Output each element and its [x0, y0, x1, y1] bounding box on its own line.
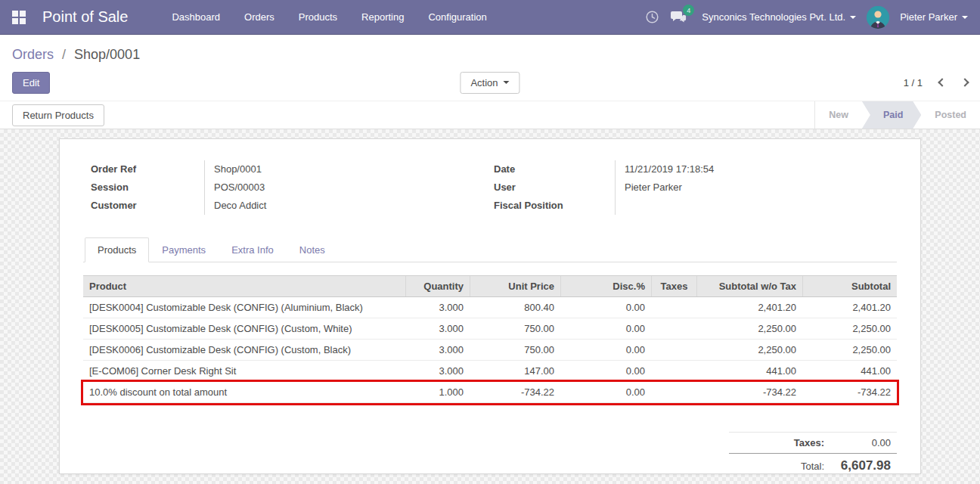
- cell-quantity: 3.000: [405, 318, 470, 339]
- tab-extra-info[interactable]: Extra Info: [219, 237, 287, 262]
- cell-discount: 0.00: [560, 297, 651, 318]
- taxes-label: Taxes:: [794, 437, 824, 448]
- caret-down-icon: [504, 81, 510, 84]
- cell-taxes: [651, 297, 696, 318]
- order-lines-header: Product Quantity Unit Price Disc.% Taxes…: [83, 275, 897, 297]
- menu-dashboard[interactable]: Dashboard: [163, 7, 229, 27]
- cell-discount: 0.00: [560, 382, 651, 402]
- caret-down-icon: [962, 16, 968, 19]
- cell-subtotal-wo-tax: 2,401.20: [696, 297, 802, 318]
- fiscal-position-label: Fiscal Position: [494, 197, 615, 215]
- cell-taxes: [651, 382, 696, 402]
- col-header-subtotal: Subtotal: [802, 276, 897, 296]
- cell-quantity: 3.000: [405, 361, 470, 381]
- order-line-row[interactable]: [DESK0004] Customizable Desk (CONFIG) (A…: [83, 297, 897, 318]
- user-menu[interactable]: Pieter Parker: [900, 11, 968, 23]
- company-name: Synconics Technologies Pvt. Ltd.: [702, 11, 845, 23]
- fiscal-position-value: [625, 197, 897, 215]
- activities-clock-icon[interactable]: [645, 10, 659, 24]
- app-title[interactable]: Point of Sale: [42, 8, 128, 26]
- form-view-background: Order Ref Session Customer Shop/0001 POS…: [0, 129, 980, 484]
- top-navbar: Point of Sale Dashboard Orders Products …: [0, 0, 980, 35]
- messages-chat-icon[interactable]: 4: [670, 10, 687, 24]
- user-avatar[interactable]: [867, 6, 889, 29]
- action-dropdown-button[interactable]: Action: [460, 72, 519, 94]
- menu-orders[interactable]: Orders: [235, 7, 284, 27]
- cell-unit-price: -734.22: [470, 382, 560, 402]
- order-line-row-discount-highlighted[interactable]: 10.0% discount on total amount 1.000 -73…: [83, 382, 897, 403]
- cell-discount: 0.00: [560, 318, 651, 339]
- order-line-row[interactable]: [DESK0006] Customizable Desk (CONFIG) (C…: [83, 340, 897, 361]
- return-products-button[interactable]: Return Products: [12, 104, 104, 126]
- order-line-row[interactable]: [DESK0005] Customizable Desk (CONFIG) (C…: [83, 318, 897, 340]
- pager: 1 / 1: [904, 77, 968, 88]
- tab-products[interactable]: Products: [85, 237, 149, 262]
- order-lines-table: Product Quantity Unit Price Disc.% Taxes…: [83, 275, 897, 403]
- tab-payments[interactable]: Payments: [149, 237, 219, 262]
- cell-subtotal: -734.22: [802, 382, 897, 402]
- breadcrumb: Orders / Shop/0001: [12, 44, 968, 70]
- total-label: Total:: [801, 461, 824, 472]
- breadcrumb-orders-link[interactable]: Orders: [12, 47, 54, 62]
- col-header-taxes: Taxes: [651, 276, 696, 296]
- cell-unit-price: 800.40: [470, 297, 560, 318]
- cell-subtotal: 441.00: [802, 361, 897, 381]
- cell-quantity: 3.000: [405, 340, 470, 360]
- order-ref-value: Shop/0001: [214, 160, 494, 178]
- order-fields: Order Ref Session Customer Shop/0001 POS…: [91, 160, 897, 215]
- order-ref-label: Order Ref: [91, 160, 204, 178]
- action-label: Action: [470, 77, 498, 88]
- user-link[interactable]: Pieter Parker: [625, 178, 897, 197]
- pager-next-icon[interactable]: [960, 78, 969, 86]
- col-header-discount: Disc.%: [560, 276, 651, 296]
- user-label: User: [494, 178, 615, 197]
- session-label: Session: [91, 178, 204, 197]
- status-bar: Return Products New Paid Posted: [0, 101, 980, 129]
- menu-reporting[interactable]: Reporting: [352, 7, 413, 27]
- cell-subtotal-wo-tax: 2,250.00: [696, 340, 802, 360]
- cell-product: [E-COM06] Corner Desk Right Sit: [83, 361, 405, 381]
- cell-subtotal: 2,250.00: [802, 340, 897, 360]
- cell-taxes: [651, 361, 696, 381]
- taxes-value: 0.00: [824, 437, 891, 448]
- cell-discount: 0.00: [560, 361, 651, 381]
- date-value: 11/21/2019 17:18:54: [625, 160, 897, 178]
- pager-value[interactable]: 1 / 1: [904, 77, 923, 88]
- session-link[interactable]: POS/00003: [214, 178, 494, 197]
- navbar-right: 4 Synconics Technologies Pvt. Ltd. Piete…: [645, 6, 968, 29]
- cell-product: [DESK0005] Customizable Desk (CONFIG) (C…: [83, 318, 405, 339]
- order-line-row[interactable]: [E-COM06] Corner Desk Right Sit 3.000 14…: [83, 361, 897, 382]
- cell-subtotal: 2,250.00: [802, 318, 897, 339]
- cell-subtotal-wo-tax: -734.22: [696, 382, 802, 402]
- col-header-subtotal-wo-tax: Subtotal w/o Tax: [696, 276, 802, 296]
- cell-discount: 0.00: [560, 340, 651, 360]
- main-menu: Dashboard Orders Products Reporting Conf…: [163, 7, 495, 27]
- cell-subtotal-wo-tax: 441.00: [696, 361, 802, 381]
- status-posted[interactable]: Posted: [921, 101, 980, 129]
- cell-unit-price: 750.00: [470, 318, 560, 339]
- tab-notes[interactable]: Notes: [287, 237, 338, 262]
- col-header-unit-price: Unit Price: [470, 276, 560, 296]
- menu-products[interactable]: Products: [290, 7, 346, 27]
- col-header-quantity: Quantity: [405, 276, 470, 296]
- cell-taxes: [651, 318, 696, 339]
- cell-unit-price: 147.00: [470, 361, 560, 381]
- apps-grid-icon[interactable]: [12, 11, 26, 24]
- cell-unit-price: 750.00: [470, 340, 560, 360]
- caret-down-icon: [850, 16, 856, 19]
- cell-subtotal-wo-tax: 2,250.00: [696, 318, 802, 339]
- menu-configuration[interactable]: Configuration: [419, 7, 495, 27]
- customer-link[interactable]: Deco Addict: [214, 197, 494, 215]
- col-header-product: Product: [83, 276, 405, 296]
- status-paid[interactable]: Paid: [862, 101, 921, 129]
- user-name: Pieter Parker: [900, 11, 957, 23]
- messages-count-badge: 4: [683, 5, 694, 16]
- company-switcher[interactable]: Synconics Technologies Pvt. Ltd.: [702, 11, 856, 23]
- status-new[interactable]: New: [815, 101, 862, 129]
- edit-button[interactable]: Edit: [12, 72, 50, 94]
- pager-previous-icon[interactable]: [938, 78, 946, 86]
- notebook-tabs: Products Payments Extra Info Notes: [83, 237, 897, 262]
- total-value: 6,607.98: [824, 458, 891, 473]
- cell-quantity: 3.000: [405, 297, 470, 318]
- date-label: Date: [494, 160, 615, 178]
